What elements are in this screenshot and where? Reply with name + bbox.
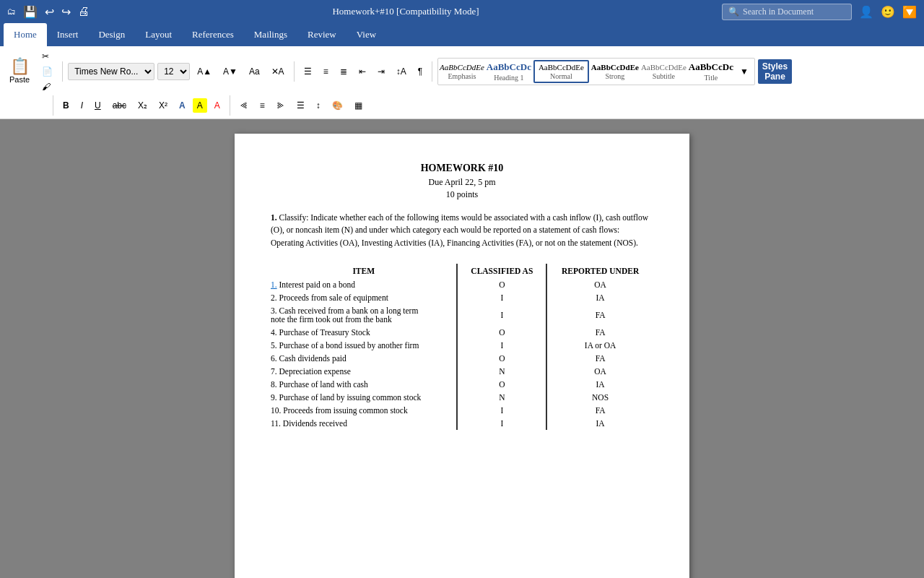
grow-font-button[interactable]: A▲ [193,64,216,79]
item-9-desc: 9. Purchase of land by issuing common st… [271,391,457,404]
item-10-desc: 10. Proceeds from issuing common stock [271,404,457,417]
toolbar: 📋 Paste ✂ 📄 🖌 Times New Ro... 12 A▲ A▼ A… [0,46,924,119]
styles-more-button[interactable]: ▼ [736,64,753,79]
borders-button[interactable]: ▦ [350,98,367,113]
subscript-button[interactable]: X₂ [134,98,152,113]
text-effects-button[interactable]: A [175,98,190,113]
ribbon-tabs: Home Insert Design Layout References Mai… [0,23,924,46]
decrease-indent-button[interactable]: ⇤ [354,64,370,79]
increase-indent-button[interactable]: ⇥ [373,64,389,79]
item-5-classified: I [457,339,546,352]
shading-button[interactable]: 🎨 [328,98,347,113]
doc-main-title: HOMEWORK #10 [271,163,653,174]
styles-gallery: AaBbCcDdEe Emphasis AaBbCcDc Heading 1 A… [437,58,755,85]
tab-home[interactable]: Home [4,23,47,46]
tab-references[interactable]: References [182,23,244,46]
title-bar-left-controls: 🗂 💾 ↩ ↪ 🖨 [7,5,90,19]
bold-button[interactable]: B [58,98,74,113]
item-9-classified: N [457,391,546,404]
style-strong-label: Strong [606,72,625,80]
item-7-classified: N [457,365,546,378]
underline-button[interactable]: U [90,98,105,113]
search-placeholder: Search in Document [743,7,814,17]
question-1: 1. Classify: Indicate whether each of th… [271,212,653,249]
style-subtitle[interactable]: AaBbCcDdEe Subtitle [641,63,687,80]
search-box[interactable]: 🔍 Search in Document [722,4,852,20]
col-reported: REPORTED UNDER [546,264,653,278]
classification-table: ITEM CLASSIFIED AS REPORTED UNDER 1. Int… [271,264,653,430]
cut-button[interactable]: ✂ [38,49,57,64]
style-emphasis[interactable]: AaBbCcDdEe Emphasis [440,63,484,80]
document-container[interactable]: HOMEWORK #10 Due April 22, 5 pm 10 point… [0,119,924,578]
item-11-desc: 11. Dividends received [271,417,457,430]
item-2-desc: 2. Proceeds from sale of equipment [271,291,457,304]
item-4-desc: 4. Purchase of Treasury Stock [271,326,457,339]
title-bar-right-controls: 🔍 Search in Document 👤 🙂 🔽 [722,4,917,20]
style-heading1[interactable]: AaBbCcDc Heading 1 [487,61,531,82]
undo-icon[interactable]: ↩ [45,5,54,19]
styles-pane-button[interactable]: StylesPane [758,59,792,84]
item-10-classified: I [457,404,546,417]
item-6-desc: 6. Cash dividends paid [271,352,457,365]
print-icon[interactable]: 🖨 [78,5,90,18]
clear-format-button[interactable]: ✕A [267,64,289,79]
bullets-button[interactable]: ☰ [300,64,316,79]
tab-layout[interactable]: Layout [135,23,182,46]
user-icon[interactable]: 👤 [859,5,873,19]
toolbar-row-2: B I U abc X₂ X² A A A ⫷ ≡ ⫸ ☰ ↕ 🎨 ▦ [4,95,920,116]
tab-mailings[interactable]: Mailings [244,23,297,46]
change-case-button[interactable]: Aa [245,64,264,79]
style-normal-label: Normal [550,72,572,80]
style-title[interactable]: AaBbCcDc Title [689,61,733,82]
window-icon: 🗂 [7,7,16,17]
item-8-reported: IA [546,378,653,391]
align-right-button[interactable]: ⫸ [272,98,289,113]
sep-2 [294,61,295,82]
tab-view[interactable]: View [346,23,386,46]
item-6-reported: FA [546,352,653,365]
strikethrough-button[interactable]: abc [108,98,131,113]
paste-button[interactable]: Paste [7,74,32,85]
item-5-reported: IA or OA [546,339,653,352]
chevron-down-icon[interactable]: 🔽 [902,5,917,19]
sep-1 [62,61,63,82]
line-spacing-button[interactable]: ↕ [312,98,325,113]
shrink-font-button[interactable]: A▼ [219,64,242,79]
emoji-icon[interactable]: 🙂 [881,5,895,19]
clipboard-sub: ✂ 📄 🖌 [38,49,57,94]
q1-number: 1. [271,213,277,222]
style-subtitle-label: Subtitle [653,72,675,80]
italic-button[interactable]: I [77,98,87,113]
table-row: 6. Cash dividends paid O FA [271,352,653,365]
align-left-button[interactable]: ⫷ [235,98,253,113]
doc-title-text: Homework+#10 [Compatibility Mode] [332,6,479,17]
highlight-button[interactable]: A [193,98,207,113]
font-color-button[interactable]: A [210,98,225,113]
font-size-select[interactable]: 12 [157,63,190,80]
table-row: 4. Purchase of Treasury Stock O FA [271,326,653,339]
tab-insert[interactable]: Insert [47,23,89,46]
col-item: ITEM [271,264,457,278]
justify-button[interactable]: ☰ [292,98,309,113]
table-row: 8. Purchase of land with cash O IA [271,378,653,391]
sep-row2-2 [230,95,230,116]
copy-button[interactable]: 📄 [38,64,57,79]
align-center-button[interactable]: ≡ [256,98,269,113]
sep-row2-1 [53,95,53,116]
font-name-select[interactable]: Times New Ro... [68,63,154,80]
superscript-button[interactable]: X² [154,98,172,113]
save-icon[interactable]: 💾 [23,5,38,19]
table-row: 9. Purchase of land by issuing common st… [271,391,653,404]
style-strong[interactable]: AaBbCcDdEe Strong [591,63,639,80]
format-painter-button[interactable]: 🖌 [38,79,57,94]
numbering-button[interactable]: ≡ [319,64,333,79]
sort-button[interactable]: ↕A [392,64,411,79]
style-normal[interactable]: AaBbCcDdEe Normal [533,60,589,83]
table-row: 11. Dividends received I IA [271,417,653,430]
item-2-classified: I [457,291,546,304]
show-para-button[interactable]: ¶ [414,64,427,79]
tab-review[interactable]: Review [297,23,346,46]
tab-design[interactable]: Design [88,23,135,46]
multilevel-list-button[interactable]: ≣ [336,64,352,79]
redo-icon[interactable]: ↪ [61,5,71,19]
